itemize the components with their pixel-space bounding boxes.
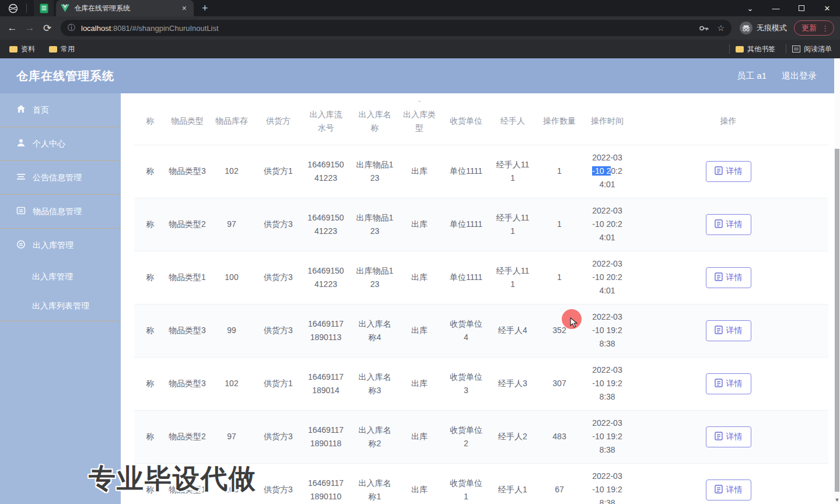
chevron-icon: ›: [102, 209, 104, 215]
sidebar-item-label: 公告信息管理: [33, 173, 82, 183]
page-scrollbar[interactable]: ▼: [834, 58, 840, 504]
table-cell: 收货单位1: [439, 463, 493, 504]
update-label: 更新: [802, 23, 817, 33]
scrollbar-thumb[interactable]: [835, 149, 839, 492]
table-cell: 100: [208, 251, 255, 304]
table-cell: 483: [533, 410, 586, 463]
table-cell: 单位1111: [439, 198, 493, 251]
sidebar-item-goods[interactable]: 物品信息管理›: [0, 195, 121, 229]
table-cell: 收货单位4: [439, 304, 493, 357]
inout-icon: [16, 240, 26, 251]
operation-time-cell: 2022-03-10 20:24:01: [586, 198, 628, 251]
document-icon: [715, 326, 723, 336]
window-minimize-button[interactable]: —: [763, 0, 789, 16]
browser-logo-icon[interactable]: [8, 4, 18, 13]
detail-button[interactable]: 详情: [706, 373, 751, 394]
incognito-indicator: 无痕模式: [740, 22, 787, 34]
sidebar-item-profile[interactable]: 个人中心›: [0, 127, 121, 161]
action-cell: 详情: [628, 251, 828, 304]
bookmark-folder-changyong[interactable]: 常用: [61, 44, 75, 54]
column-header: 操作: [628, 98, 828, 145]
detail-button[interactable]: 详情: [706, 320, 751, 341]
table-cell: 1: [533, 145, 586, 198]
document-icon: [715, 379, 723, 389]
browser-nav-bar: ← → ⟳ ⓘ localhost:8081/#/shangpinChuruIn…: [0, 16, 840, 40]
sidebar-subitem-label: 出入库列表管理: [32, 301, 89, 312]
column-header: 称: [134, 98, 166, 145]
new-tab-button[interactable]: +: [202, 2, 208, 15]
address-bar[interactable]: ⓘ localhost:8081/#/shangpinChuruInoutLis…: [61, 20, 732, 36]
table-cell: 称: [134, 145, 166, 198]
bookmark-star-icon[interactable]: ☆: [717, 23, 724, 33]
detail-button[interactable]: 详情: [706, 480, 751, 501]
table-cell: 出库: [400, 357, 439, 410]
table-cell: 物品类型3: [166, 304, 208, 357]
table-row: 称物品类型3102供货方116469117189014出入库名称3出库收货单位3…: [134, 357, 828, 410]
password-key-icon[interactable]: [699, 26, 709, 31]
table-cell: 出入库名称4: [350, 304, 400, 357]
detail-button[interactable]: 详情: [706, 426, 751, 447]
window-close-button[interactable]: ✕: [814, 0, 840, 16]
document-icon: [715, 432, 723, 442]
table-cell: 102: [208, 145, 255, 198]
window-restore-button[interactable]: [789, 0, 814, 16]
pinned-tab-sheets[interactable]: [34, 0, 54, 16]
table-cell: 1: [533, 198, 586, 251]
detail-button[interactable]: 详情: [706, 267, 751, 288]
table-cell: 物品类型2: [166, 410, 208, 463]
table-cell: 收货单位3: [439, 357, 493, 410]
table-cell: 出库: [400, 251, 439, 304]
table-cell: 16469117189014: [302, 357, 350, 410]
column-header: 操作时间: [586, 98, 628, 145]
action-cell: 详情: [628, 410, 828, 463]
table-cell: 经手人111: [493, 198, 533, 251]
table-cell: 供货方3: [255, 304, 302, 357]
reload-button[interactable]: ⟳: [38, 22, 56, 34]
window-menu-chevron-icon[interactable]: ⌄: [737, 0, 763, 16]
sidebar-subitem-inout-manage[interactable]: 出入库管理: [0, 262, 121, 292]
operation-time-cell: 2022-03-10 19:28:38: [586, 304, 628, 357]
browser-update-button[interactable]: 更新 ⋮: [794, 20, 834, 36]
document-icon: [715, 219, 723, 230]
table-cell: 164691171890110: [302, 463, 350, 504]
reading-list[interactable]: 阅读清单: [804, 44, 832, 54]
operation-time-cell: 2022-03-10 19:28:38: [586, 463, 628, 504]
table-cell: 1646915041223: [302, 251, 350, 304]
scroll-down-arrow-icon[interactable]: ▼: [834, 497, 840, 503]
url-text[interactable]: localhost:8081/#/shangpinChuruInoutList: [81, 24, 694, 33]
sidebar-item-notice[interactable]: 公告信息管理›: [0, 161, 121, 195]
browser-menu-icon[interactable]: ⋮: [821, 24, 829, 33]
sidebar-item-label: 首页: [33, 105, 49, 116]
table-cell: 供货方3: [255, 198, 302, 251]
document-icon: [715, 272, 723, 283]
tab-close-icon[interactable]: ×: [180, 4, 189, 13]
table-cell: 164691171890113: [302, 304, 350, 357]
table-cell: 单位1111: [439, 251, 493, 304]
detail-button[interactable]: 详情: [706, 214, 751, 235]
bookmark-folder-ziliao[interactable]: 资料: [21, 44, 35, 54]
forward-button[interactable]: →: [21, 22, 38, 34]
back-button[interactable]: ←: [4, 22, 21, 34]
sidebar-item-inout[interactable]: 出入库管理›: [0, 229, 121, 262]
table-cell: 67: [533, 463, 586, 504]
sidebar-item-home[interactable]: 首页: [0, 93, 121, 127]
table-cell: 物品类型3: [166, 145, 208, 198]
table-cell: 物品类型1: [166, 251, 208, 304]
action-cell: 详情: [628, 357, 828, 410]
table-cell: 单位1111: [439, 145, 493, 198]
table-cell: 供货方3: [255, 410, 302, 463]
incognito-label: 无痕模式: [757, 23, 787, 33]
active-tab[interactable]: 仓库在线管理系统 ×: [56, 0, 194, 16]
tab-title: 仓库在线管理系统: [74, 4, 180, 13]
detail-button[interactable]: 详情: [706, 161, 751, 182]
sidebar-item-label: 物品信息管理: [33, 206, 82, 217]
sidebar-subitem-inout-list[interactable]: 出入库列表管理: [0, 292, 121, 321]
column-header: 出入库流水号: [302, 98, 350, 145]
site-info-icon[interactable]: ⓘ: [68, 23, 75, 33]
other-bookmarks[interactable]: 其他书签: [747, 44, 775, 54]
app-title: 仓库在线管理系统: [16, 68, 114, 84]
table-cell: 经手人1: [493, 463, 533, 504]
operation-time-cell: 2022-03-10 20:24:01: [586, 251, 628, 304]
folder-icon: [9, 46, 18, 52]
logout-button[interactable]: 退出登录: [782, 71, 817, 82]
